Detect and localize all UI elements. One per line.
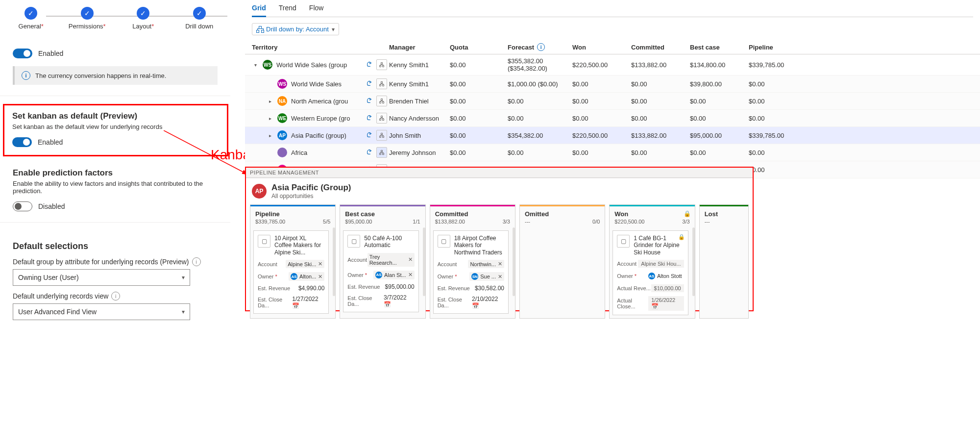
est-close-value[interactable]: 3/7/2022 📅	[384, 294, 415, 308]
kanban-column-lost: Lost---	[699, 204, 749, 319]
owner-chip[interactable]: ASAlan St...✕	[373, 271, 415, 279]
account-chip[interactable]: Trey Research...✕	[368, 253, 415, 267]
expand-icon[interactable]: ▸	[267, 116, 273, 121]
col-forecast[interactable]: Forecast	[508, 44, 534, 51]
opportunity-card[interactable]: 🔒▢1 Café BG-1 Grinder for Alpine Ski Hou…	[612, 230, 688, 315]
calendar-icon: 📅	[384, 301, 391, 308]
remove-icon[interactable]: ✕	[318, 261, 322, 267]
drill-icon[interactable]	[376, 96, 387, 106]
record-icon: ▢	[258, 235, 270, 248]
won-cell: $220,500.00	[572, 132, 631, 139]
best-case-cell: $95,000.00	[690, 132, 749, 139]
remove-icon[interactable]: ✕	[318, 274, 322, 280]
drill-icon[interactable]	[376, 78, 387, 89]
kanban-column-pipeline: Pipeline$339,785.005/5▢10 Airpot XL Coff…	[250, 204, 336, 319]
expand-icon[interactable]: ▾	[252, 62, 259, 68]
tab-trend[interactable]: Trend	[279, 4, 296, 17]
share-icon[interactable]	[365, 113, 374, 123]
info-icon[interactable]: i	[111, 292, 120, 301]
account-chip[interactable]: Northwin...✕	[468, 260, 504, 268]
committed-cell: $0.00	[631, 98, 690, 105]
scrollbar[interactable]	[513, 227, 515, 296]
actual-revenue-value: $10,000.00	[651, 284, 684, 292]
share-icon[interactable]	[365, 147, 374, 157]
committed-cell: $0.00	[631, 80, 690, 88]
territory-name: Western Europe (gro	[291, 115, 350, 122]
info-icon[interactable]: i	[192, 257, 201, 266]
scrollbar[interactable]	[692, 227, 695, 296]
remove-icon[interactable]: ✕	[408, 256, 413, 263]
drill-icon[interactable]	[376, 59, 387, 70]
records-view-select[interactable]: User Advanced Find View▾	[13, 303, 190, 320]
est-close-value[interactable]: 1/27/2022 📅	[292, 296, 324, 309]
kanban-group-header: AP Asia Pacific (Group) All opportunitie…	[246, 178, 753, 204]
quota-cell: $0.00	[450, 132, 508, 139]
manager-cell: John Smith	[389, 132, 450, 139]
col-quota[interactable]: Quota	[450, 44, 508, 51]
table-row[interactable]: ▸WEWestern Europe (groNancy Andersson$0.…	[245, 110, 980, 127]
chevron-down-icon: ▾	[332, 26, 335, 33]
toggle-prediction-factors[interactable]	[13, 201, 32, 211]
column-title: Best case	[345, 210, 420, 218]
col-pipeline[interactable]: Pipeline	[749, 44, 808, 51]
toggle-kanban-default[interactable]	[12, 137, 32, 147]
table-row[interactable]: ▸APAsia Pacific (group)John Smith$0.00$3…	[245, 127, 980, 144]
col-won[interactable]: Won	[572, 44, 631, 51]
step-drilldown[interactable]: ✓Drill down	[172, 7, 228, 30]
drill-down-pill[interactable]: Drill down by: Account ▾	[252, 23, 339, 35]
col-manager[interactable]: Manager	[389, 44, 450, 51]
step-permissions[interactable]: ✓Permissions*	[59, 7, 116, 30]
tab-grid[interactable]: Grid	[252, 4, 266, 17]
step-general[interactable]: ✓General*	[3, 7, 59, 30]
share-icon[interactable]	[365, 78, 374, 88]
record-icon: ▢	[347, 235, 360, 248]
toggle-enabled-top[interactable]	[13, 49, 32, 58]
quota-cell: $0.00	[450, 98, 508, 105]
won-cell: $0.00	[572, 98, 631, 105]
share-icon[interactable]	[365, 59, 374, 69]
committed-cell: $133,882.00	[631, 61, 690, 69]
check-icon: ✓	[81, 7, 94, 20]
table-row[interactable]: AfricaJeremy Johnson$0.00$0.00$0.00$0.00…	[245, 144, 980, 161]
tab-flow[interactable]: Flow	[309, 4, 324, 17]
column-count: 5/5	[323, 219, 330, 225]
scrollbar[interactable]	[333, 227, 335, 296]
manager-cell: Kenny Smith1	[389, 80, 450, 88]
drill-icon[interactable]	[376, 147, 387, 158]
column-title: Pipeline	[255, 210, 330, 218]
drill-icon[interactable]	[376, 130, 387, 141]
est-close-value[interactable]: 2/10/2022 📅	[472, 296, 504, 309]
share-icon[interactable]	[365, 96, 374, 105]
opportunity-card[interactable]: ▢50 Café A-100 AutomaticAccountTrey Rese…	[343, 230, 418, 312]
won-cell: $0.00	[572, 115, 631, 122]
step-layout[interactable]: ✓Layout*	[115, 7, 172, 30]
col-best-case[interactable]: Best case	[690, 44, 749, 51]
predict-title: Enable prediction factors	[13, 168, 218, 178]
expand-icon[interactable]: ▸	[267, 99, 273, 104]
group-by-select[interactable]: Owning User (User)▾	[13, 269, 190, 286]
account-chip[interactable]: Alpine Ski...✕	[286, 260, 324, 268]
column-title: Omitted	[525, 210, 600, 218]
won-cell: $0.00	[572, 149, 631, 156]
grid-body: ▾WSWorld Wide Sales (groupKenny Smith1$0…	[245, 54, 980, 178]
remove-icon[interactable]: ✕	[408, 272, 413, 278]
opportunity-card[interactable]: ▢18 Airpot Coffee Makers for Northwind T…	[433, 230, 509, 314]
share-icon[interactable]	[365, 130, 374, 140]
opportunity-card[interactable]: ▢10 Airpot XL Coffee Makers for Alpine S…	[253, 230, 329, 314]
expand-icon[interactable]: ▸	[267, 133, 273, 138]
col-territory[interactable]: Territory	[252, 44, 365, 51]
remove-icon[interactable]: ✕	[498, 274, 502, 280]
table-row[interactable]: WSWorld Wide SalesKenny Smith1$0.00$1,00…	[245, 75, 980, 93]
drill-icon[interactable]	[376, 113, 387, 124]
avatar: NA	[277, 96, 287, 106]
col-committed[interactable]: Committed	[631, 44, 690, 51]
owner-chip[interactable]: SNSue ...✕	[469, 272, 504, 281]
remove-icon[interactable]: ✕	[498, 261, 502, 267]
table-row[interactable]: ▸NANorth America (grouBrenden Thiel$0.00…	[245, 93, 980, 110]
forecast-cell: $0.00	[508, 98, 572, 105]
info-icon[interactable]: i	[537, 43, 545, 51]
owner-chip[interactable]: ASAlton...✕	[289, 272, 324, 281]
scrollbar[interactable]	[423, 227, 425, 296]
table-row[interactable]: ▾WSWorld Wide Sales (groupKenny Smith1$0…	[245, 54, 980, 75]
best-case-cell: $0.00	[690, 149, 749, 156]
